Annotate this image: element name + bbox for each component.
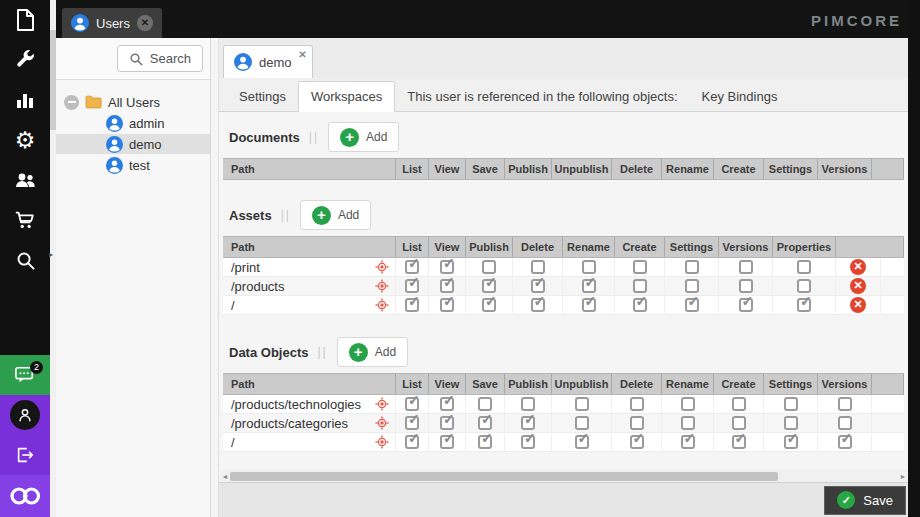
scroll-left-icon[interactable]: ◄ xyxy=(220,473,230,480)
versions-checkbox[interactable] xyxy=(838,435,852,449)
documents-add-button[interactable]: + Add xyxy=(328,122,399,152)
publish-checkbox[interactable] xyxy=(482,298,496,312)
scroll-right-icon[interactable]: ► xyxy=(898,473,908,480)
column-header-create[interactable]: Create xyxy=(714,374,764,394)
column-header-path[interactable]: Path xyxy=(223,374,396,394)
column-header-view[interactable]: View xyxy=(429,374,466,394)
chat-icon[interactable]: 2 xyxy=(0,355,50,395)
settings-checkbox[interactable] xyxy=(784,416,798,430)
workspace-row[interactable]: /products/technologies xyxy=(223,395,904,414)
column-header-create[interactable]: Create xyxy=(615,237,665,257)
users-main-tab[interactable]: Users ✕ xyxy=(62,8,162,38)
tree-node-demo[interactable]: demo xyxy=(56,134,210,154)
save-checkbox[interactable] xyxy=(478,397,492,411)
delete-checkbox[interactable] xyxy=(630,435,644,449)
tree-node-admin[interactable]: admin xyxy=(56,113,210,133)
properties-checkbox[interactable] xyxy=(797,260,811,274)
collapse-arrow-icon[interactable]: ▸ xyxy=(49,250,53,259)
remove-row-icon[interactable]: ✕ xyxy=(850,259,866,275)
column-header-versions[interactable]: Versions xyxy=(818,374,872,394)
versions-checkbox[interactable] xyxy=(739,260,753,274)
column-header-path[interactable]: Path xyxy=(223,237,396,257)
search-icon[interactable] xyxy=(0,240,50,280)
gear-icon[interactable]: ⚙ xyxy=(0,120,50,160)
locate-target-icon[interactable] xyxy=(375,260,389,274)
column-header-rename[interactable]: Rename xyxy=(662,374,714,394)
settings-checkbox[interactable] xyxy=(784,397,798,411)
delete-checkbox[interactable] xyxy=(531,260,545,274)
list-checkbox[interactable] xyxy=(405,260,419,274)
locate-target-icon[interactable] xyxy=(375,416,389,430)
column-header-delete[interactable]: Delete xyxy=(513,237,563,257)
locate-target-icon[interactable] xyxy=(375,397,389,411)
versions-checkbox[interactable] xyxy=(739,298,753,312)
locate-target-icon[interactable] xyxy=(375,435,389,449)
close-icon[interactable]: ✕ xyxy=(298,49,306,60)
column-header-properties[interactable]: Properties xyxy=(773,237,836,257)
column-header-view[interactable]: View xyxy=(429,237,466,257)
settings-checkbox[interactable] xyxy=(685,260,699,274)
tab-references[interactable]: This user is referenced in the following… xyxy=(395,82,689,111)
view-checkbox[interactable] xyxy=(440,279,454,293)
properties-checkbox[interactable] xyxy=(797,298,811,312)
column-header-versions[interactable]: Versions xyxy=(818,159,872,179)
list-checkbox[interactable] xyxy=(405,298,419,312)
column-header-versions[interactable]: Versions xyxy=(719,237,773,257)
pimcore-logo[interactable] xyxy=(0,475,50,517)
settings-checkbox[interactable] xyxy=(685,279,699,293)
create-checkbox[interactable] xyxy=(633,260,647,274)
properties-checkbox[interactable] xyxy=(797,279,811,293)
column-header-path[interactable]: Path xyxy=(223,159,396,179)
cart-icon[interactable] xyxy=(0,200,50,240)
column-header-publish[interactable]: Publish xyxy=(505,159,552,179)
versions-checkbox[interactable] xyxy=(838,397,852,411)
tree-node-all-users[interactable]: All Users xyxy=(56,92,210,112)
column-header-unpublish[interactable]: Unpublish xyxy=(552,374,612,394)
publish-checkbox[interactable] xyxy=(521,435,535,449)
save-checkbox[interactable] xyxy=(478,435,492,449)
column-header-delete[interactable]: Delete xyxy=(612,374,662,394)
column-header-view[interactable]: View xyxy=(429,159,466,179)
publish-checkbox[interactable] xyxy=(482,279,496,293)
publish-checkbox[interactable] xyxy=(521,397,535,411)
unpublish-checkbox[interactable] xyxy=(575,416,589,430)
column-header-list[interactable]: List xyxy=(396,374,429,394)
view-checkbox[interactable] xyxy=(440,397,454,411)
collapse-minus-icon[interactable] xyxy=(64,95,79,110)
create-checkbox[interactable] xyxy=(633,279,647,293)
column-header-list[interactable]: List xyxy=(396,159,429,179)
locate-target-icon[interactable] xyxy=(375,279,389,293)
close-icon[interactable]: ✕ xyxy=(137,15,153,31)
list-checkbox[interactable] xyxy=(405,416,419,430)
rename-checkbox[interactable] xyxy=(582,260,596,274)
view-checkbox[interactable] xyxy=(440,435,454,449)
settings-checkbox[interactable] xyxy=(784,435,798,449)
settings-checkbox[interactable] xyxy=(685,298,699,312)
column-header-settings[interactable]: Settings xyxy=(764,159,818,179)
column-header-create[interactable]: Create xyxy=(714,159,764,179)
assets-add-button[interactable]: + Add xyxy=(300,200,371,230)
bar-chart-icon[interactable] xyxy=(0,80,50,120)
publish-checkbox[interactable] xyxy=(482,260,496,274)
delete-checkbox[interactable] xyxy=(630,397,644,411)
column-header-rename[interactable]: Rename xyxy=(563,237,615,257)
versions-checkbox[interactable] xyxy=(739,279,753,293)
column-header-publish[interactable]: Publish xyxy=(505,374,552,394)
column-header-rename[interactable]: Rename xyxy=(662,159,714,179)
create-checkbox[interactable] xyxy=(732,416,746,430)
view-checkbox[interactable] xyxy=(440,416,454,430)
delete-checkbox[interactable] xyxy=(531,298,545,312)
search-button[interactable]: Search xyxy=(117,45,203,72)
list-checkbox[interactable] xyxy=(405,397,419,411)
column-header-settings[interactable]: Settings xyxy=(764,374,818,394)
wrench-icon[interactable] xyxy=(0,40,50,80)
locate-target-icon[interactable] xyxy=(375,298,389,312)
remove-row-icon[interactable]: ✕ xyxy=(850,297,866,313)
rename-checkbox[interactable] xyxy=(681,435,695,449)
workspace-row[interactable]: /products/categories xyxy=(223,414,904,433)
list-checkbox[interactable] xyxy=(405,435,419,449)
create-checkbox[interactable] xyxy=(633,298,647,312)
delete-checkbox[interactable] xyxy=(531,279,545,293)
person-icon[interactable] xyxy=(0,395,50,435)
publish-checkbox[interactable] xyxy=(521,416,535,430)
